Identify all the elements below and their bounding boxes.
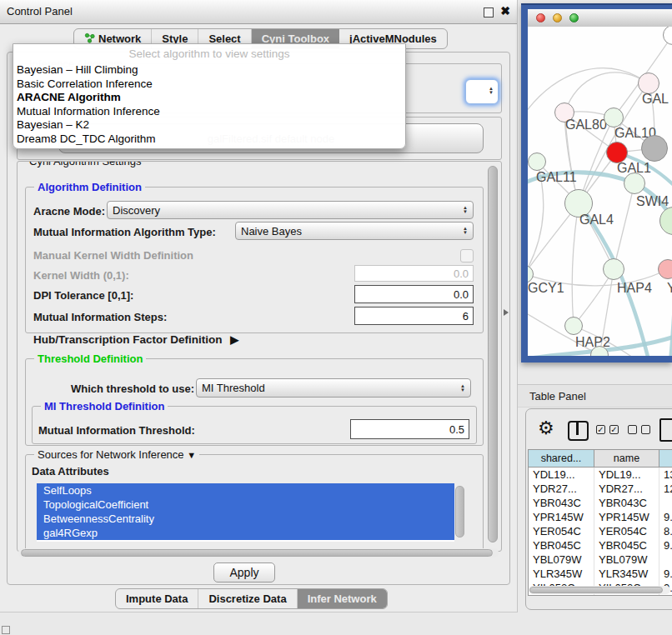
combo-stepper-icon: ▲▼	[460, 384, 465, 392]
table-cell: YDR27...	[594, 482, 659, 496]
mac-minimize-icon[interactable]	[553, 13, 562, 22]
hub-section-toggle[interactable]: Hub/Transcription Factor Definition ▶	[33, 333, 238, 346]
table-row[interactable]: YBR043CYBR043C	[529, 496, 672, 510]
manual-kernel-label: Manual Kernel Width Definition	[33, 249, 193, 262]
table-cell: YBL079W	[594, 552, 659, 567]
network-window-titlebar[interactable]	[528, 9, 672, 28]
node-label: Y	[667, 281, 672, 296]
deselect-all-checkbox-icon[interactable]	[641, 425, 650, 434]
mac-close-icon[interactable]	[536, 13, 545, 22]
table-cell: YBR045C	[529, 538, 594, 552]
mi-threshold-input[interactable]: 0.5	[350, 419, 469, 439]
combo-stepper-icon: ▲▼	[463, 206, 468, 214]
network-node[interactable]	[658, 259, 672, 279]
data-attributes-list: SelfLoopsTopologicalCoefficientBetweenne…	[37, 483, 454, 542]
select-all-checkbox-icon[interactable]: ✓	[596, 425, 605, 434]
table-row[interactable]: YER054CYER054C8.	[529, 524, 672, 538]
combo-value: Naive Bayes	[241, 225, 459, 238]
column-header-partial[interactable]	[659, 450, 672, 467]
list-scrollbar[interactable]	[455, 486, 464, 538]
minimized-panel-icon[interactable]	[2, 626, 10, 634]
select-all-checkbox-icon[interactable]: ✓	[609, 425, 619, 434]
manual-kernel-checkbox[interactable]	[460, 249, 474, 262]
attribute-list-item[interactable]: SelfLoops	[37, 483, 454, 498]
float-panel-icon[interactable]	[484, 8, 494, 18]
mac-zoom-icon[interactable]	[569, 13, 579, 22]
kernel-width-input[interactable]: 0.0	[354, 265, 474, 282]
network-node[interactable]	[641, 135, 668, 162]
network-node[interactable]	[604, 108, 624, 128]
table-row[interactable]: YPR145WYPR145W9.	[529, 510, 672, 524]
table-toolbar: ⚙ ✓ ✓	[526, 409, 672, 449]
vertical-scrollbar[interactable]	[488, 166, 498, 542]
gear-icon[interactable]: ⚙	[538, 418, 554, 439]
network-window: GALGAL80GAL10GAL1GAL11SWI4GAL4GCY1HAP4YH…	[528, 9, 672, 356]
aracne-mode-combobox[interactable]: Discovery ▲▼	[107, 201, 474, 219]
cyni-bottom-tabbar: Impute Data Discretize Data Infer Networ…	[115, 588, 388, 609]
attribute-list-item[interactable]: TopologicalCoefficient	[37, 498, 454, 512]
control-panel: Control Panel ✖ Network Style Select Cyn…	[0, 0, 518, 612]
table-cell: YDL19...	[594, 468, 659, 482]
table-hscrollbar[interactable]	[529, 587, 663, 593]
network-node[interactable]	[603, 258, 624, 280]
table-row[interactable]: YLR345WYLR345W9.	[529, 567, 672, 581]
control-panel-titlebar: Control Panel ✖	[0, 0, 517, 24]
panel-title: Control Panel	[7, 5, 73, 18]
table-row[interactable]: YDL19...YDL19...13	[529, 468, 672, 482]
kernel-width-label: Kernel Width (0,1):	[33, 269, 129, 282]
table-row[interactable]: YDR27...YDR27...12	[529, 482, 672, 496]
group-title: Sources for Network Inference	[38, 448, 184, 461]
network-node[interactable]	[528, 152, 546, 171]
dropdown-item[interactable]: Bayesian – Hill Climbing	[13, 63, 405, 78]
data-attributes-label: Data Attributes	[32, 465, 109, 478]
column-header-shared-name[interactable]: shared...	[529, 450, 594, 467]
group-title: Cyni Algorithm Settings	[26, 161, 144, 168]
mi-threshold-label: Mutual Information Threshold:	[38, 424, 195, 437]
export-table-icon[interactable]	[659, 418, 672, 442]
dropdown-item[interactable]: Mutual Information Inference	[13, 105, 405, 119]
tab-infer-network[interactable]: Infer Network	[298, 589, 387, 608]
combo-stepper-icon: ▲▼	[489, 87, 494, 95]
dropdown-item[interactable]: ARACNE Algorithm	[13, 91, 405, 105]
network-node[interactable]	[564, 317, 583, 335]
column-header-name[interactable]: name	[594, 450, 659, 467]
table-row[interactable]: YBR045CYBR045C9.	[529, 538, 672, 552]
combo-value: Discovery	[113, 204, 459, 217]
node-label: SWI4	[636, 194, 669, 209]
attribute-list-item[interactable]: BetweennessCentrality	[37, 512, 454, 526]
combo-value: MI Threshold	[202, 382, 457, 394]
aracne-mode-label: Aracne Mode:	[33, 205, 105, 218]
input-value: 6	[463, 310, 469, 322]
deselect-all-checkbox-icon[interactable]	[628, 425, 637, 434]
split-columns-icon[interactable]	[568, 421, 589, 441]
algorithm-combobox-end[interactable]: ▲▼	[465, 79, 499, 104]
mi-steps-input[interactable]: 6	[354, 307, 474, 325]
input-value: 0.0	[454, 268, 469, 280]
dropdown-item[interactable]: Basic Correlation Inference	[13, 78, 405, 92]
close-icon[interactable]: ✖	[500, 4, 510, 18]
attribute-list-item[interactable]: gal4RGexp	[37, 526, 454, 540]
tab-impute-data[interactable]: Impute Data	[116, 589, 198, 608]
network-node[interactable]	[624, 172, 645, 194]
algorithm-dropdown-popup: Select algorithm to view settings Bayesi…	[13, 43, 406, 149]
table-hscrollbar-track[interactable]	[529, 586, 670, 594]
group-title: MI Threshold Definition	[41, 400, 168, 412]
panel-divider-arrow[interactable]	[504, 309, 509, 316]
sources-group-toggle[interactable]: Sources for Network Inference ▼	[34, 448, 199, 461]
horizontal-scrollbar[interactable]	[21, 549, 493, 557]
mi-steps-label: Mutual Information Steps:	[33, 311, 167, 323]
node-label: GAL4	[579, 212, 614, 228]
network-canvas[interactable]: GALGAL80GAL10GAL1GAL11SWI4GAL4GCY1HAP4YH…	[528, 27, 672, 356]
node-label: GAL80	[565, 118, 607, 132]
table-cell	[659, 496, 672, 510]
table-cell: YDR27...	[529, 482, 594, 496]
mi-type-combobox[interactable]: Naive Bayes ▲▼	[235, 222, 474, 240]
dropdown-item[interactable]: Dream8 DC_TDC Algorithm	[13, 132, 405, 147]
tab-discretize-data[interactable]: Discretize Data	[198, 589, 297, 608]
dropdown-item[interactable]: Bayesian – K2	[13, 118, 405, 132]
table-row[interactable]: YBL079WYBL079W	[529, 552, 672, 567]
apply-button[interactable]: Apply	[213, 562, 275, 582]
node-label: GAL	[642, 92, 669, 107]
which-threshold-combobox[interactable]: MI Threshold ▲▼	[196, 378, 471, 398]
dpi-tolerance-input[interactable]: 0.0	[354, 285, 474, 303]
